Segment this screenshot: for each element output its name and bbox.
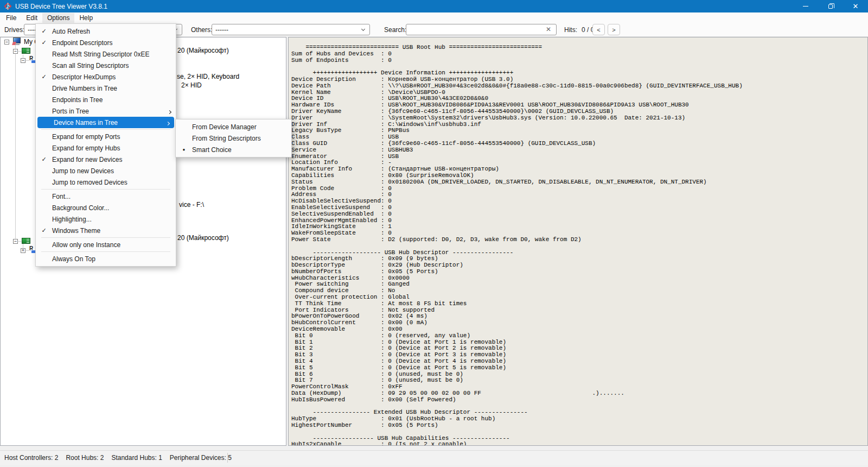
menu-item-read-msft-string-descriptor-0xee[interactable]: Read Msft String Descriptor 0xEE <box>36 48 176 60</box>
hits-label: Hits: <box>564 26 577 34</box>
host-controller-icon <box>22 238 30 244</box>
menu-item-endpoints-in-tree[interactable]: Endpoints in Tree <box>36 94 176 105</box>
check-icon: ✓ <box>36 28 52 35</box>
next-hit-button[interactable]: > <box>608 24 620 35</box>
search-input[interactable] <box>406 24 557 35</box>
others-label: Others: <box>191 26 212 34</box>
collapse-minus-icon[interactable]: − <box>13 49 18 54</box>
options-menu: ✓Auto Refresh✓Endpoint DescriptorsRead M… <box>35 23 176 267</box>
menu-item-label: Device Names in Tree <box>54 119 161 127</box>
maximize-button[interactable] <box>818 0 843 12</box>
menu-separator <box>41 237 170 238</box>
menu-item-font[interactable]: Font... <box>36 191 176 202</box>
radio-dot-icon: ● <box>176 147 192 152</box>
search-label: Search: <box>384 26 406 34</box>
menu-item-auto-refresh[interactable]: ✓Auto Refresh <box>36 26 176 37</box>
menu-item-scan-all-string-descriptors[interactable]: Scan all String Descriptors <box>36 60 176 71</box>
close-icon: ✕ <box>853 3 859 10</box>
menu-item-from-device-manager[interactable]: From Device Manager <box>176 121 291 132</box>
tree-node-label[interactable]: 20 (Майкрософт) <box>177 234 229 242</box>
menu-item-device-names-in-tree[interactable]: Device Names in Tree <box>37 117 174 128</box>
menu-item-background-color[interactable]: Background Color... <box>36 202 176 213</box>
others-combobox[interactable]: ------ <box>212 24 370 35</box>
menu-item-label: Smart Choice <box>192 146 278 154</box>
menu-item-label: From String Descriptors <box>192 135 278 142</box>
submenu-arrow-icon <box>163 108 176 115</box>
menubar-item-options[interactable]: Options <box>42 13 74 23</box>
collapse-minus-icon[interactable]: − <box>13 239 18 244</box>
others-combobox-value: ------ <box>215 26 228 34</box>
search-clear-icon[interactable]: ✕ <box>546 26 551 33</box>
tree-node-label[interactable]: se, 2× HID, Keyboard <box>177 73 239 81</box>
menubar-item-help[interactable]: Help <box>74 13 98 23</box>
device-details-panel[interactable]: ========================== USB Root Hub … <box>288 37 868 446</box>
menu-item-windows-theme[interactable]: ✓Windows Theme <box>36 225 176 236</box>
menu-item-label: Descriptor HexDumps <box>52 73 163 81</box>
minimize-button[interactable] <box>793 0 818 12</box>
tree-connector-line <box>15 46 16 241</box>
drives-label: Drives: <box>4 26 24 34</box>
tree-connector-line <box>18 51 21 52</box>
menu-item-highlighting[interactable]: Highlighting... <box>36 213 176 225</box>
chevron-down-icon <box>361 27 365 31</box>
tree-node-label[interactable]: vice - F:\ <box>179 201 204 209</box>
menu-item-label: Auto Refresh <box>52 28 163 35</box>
menu-separator <box>41 189 170 190</box>
status-root-hubs: Root Hubs: 2 <box>66 454 104 462</box>
menu-item-expand-for-empty-hubs[interactable]: Expand for empty Hubs <box>36 142 176 154</box>
status-host-controllers: Host Controllers: 2 <box>4 454 58 462</box>
menu-item-label: Drive Numbers in Tree <box>52 85 163 92</box>
menu-item-endpoint-descriptors[interactable]: ✓Endpoint Descriptors <box>36 37 176 48</box>
app-icon <box>4 2 12 10</box>
menu-item-label: Jump to new Devices <box>52 167 163 175</box>
tree-node-label[interactable]: 2× HID <box>181 81 202 90</box>
menu-item-label: Endpoints in Tree <box>52 96 163 104</box>
menu-item-expand-for-empty-ports[interactable]: Expand for empty Ports <box>36 131 176 142</box>
menu-item-label: Scan all String Descriptors <box>52 62 163 70</box>
menu-item-label: Highlighting... <box>52 216 163 223</box>
status-peripheral-devices: Peripheral Devices: 5 <box>170 454 232 462</box>
menubar-item-file[interactable]: File <box>1 13 21 23</box>
menu-item-descriptor-hexdumps[interactable]: ✓Descriptor HexDumps <box>36 71 176 83</box>
statusbar-separator <box>227 453 228 463</box>
tree-connector-line <box>26 250 29 251</box>
check-icon: ✓ <box>36 227 52 234</box>
titlebar: USB Device Tree Viewer V3.8.1 ✕ <box>0 0 868 12</box>
menu-item-label: Expand for empty Ports <box>52 133 163 141</box>
menu-separator <box>41 251 170 252</box>
status-standard-hubs: Standard Hubs: 1 <box>111 454 162 462</box>
menu-item-drive-numbers-in-tree[interactable]: Drive Numbers in Tree <box>36 83 176 94</box>
menu-item-label: Expand for new Devices <box>52 156 163 163</box>
check-icon: ✓ <box>36 39 52 46</box>
submenu-arrow-icon <box>161 119 174 127</box>
menu-item-label: Jump to removed Devices <box>52 179 163 186</box>
my-computer-icon <box>12 37 23 46</box>
menubar: File Edit Options Help <box>0 12 868 23</box>
device-names-submenu: From Device ManagerFrom String Descripto… <box>175 119 292 157</box>
menu-item-jump-to-new-devices[interactable]: Jump to new Devices <box>36 165 176 176</box>
restore-icon <box>828 4 833 9</box>
menu-item-from-string-descriptors[interactable]: From String Descriptors <box>176 132 291 144</box>
close-button[interactable]: ✕ <box>843 0 868 12</box>
usb-device-tree-viewer-window: USB Device Tree Viewer V3.8.1 ✕ File Edi… <box>0 0 868 467</box>
menubar-item-edit[interactable]: Edit <box>21 13 42 23</box>
check-icon: ✓ <box>36 73 52 80</box>
menu-item-always-on-top[interactable]: Always On Top <box>36 253 176 264</box>
menu-item-label: Font... <box>52 193 163 200</box>
menu-item-ports-in-tree[interactable]: Ports in Tree <box>36 105 176 117</box>
tree-connector-line <box>18 241 21 242</box>
collapse-minus-icon[interactable]: − <box>21 58 25 63</box>
menu-item-allow-only-one-instance[interactable]: Allow only one Instance <box>36 239 176 250</box>
menu-item-smart-choice[interactable]: ●Smart Choice <box>176 144 291 155</box>
device-details-text: ========================== USB Root Hub … <box>289 37 867 446</box>
expand-plus-icon[interactable]: + <box>21 248 25 253</box>
menu-item-jump-to-removed-devices[interactable]: Jump to removed Devices <box>36 176 176 188</box>
tree-node-label[interactable]: 20 (Майкрософт) <box>177 47 229 55</box>
window-controls: ✕ <box>793 0 868 12</box>
menu-item-expand-for-new-devices[interactable]: ✓Expand for new Devices <box>36 154 176 165</box>
menu-item-label: Allow only one Instance <box>52 241 163 249</box>
menu-item-label: From Device Manager <box>192 123 278 131</box>
menu-separator <box>41 129 170 130</box>
previous-hit-button[interactable]: < <box>592 24 605 35</box>
collapse-minus-icon[interactable]: − <box>4 40 9 45</box>
